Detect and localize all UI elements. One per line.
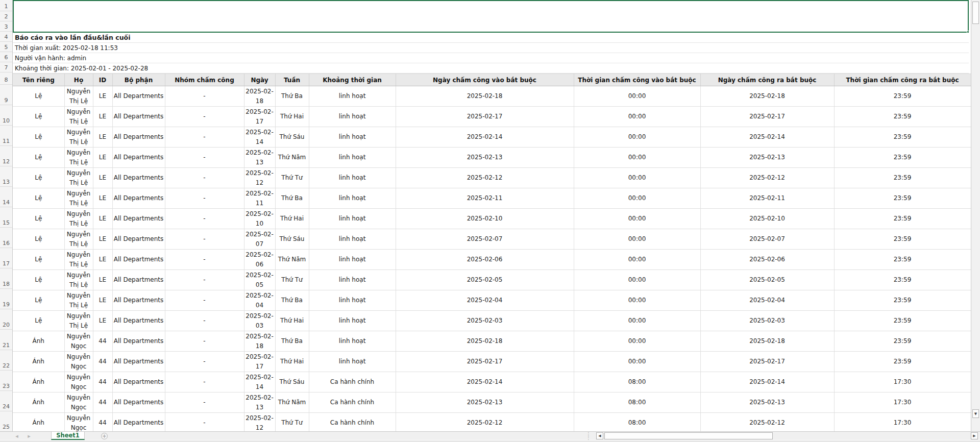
cell[interactable]: - xyxy=(165,148,244,168)
sheet-nav-left-icon[interactable]: ◂ xyxy=(13,433,20,439)
report-title-cell[interactable]: Báo cáo ra vào lần đầu&lần cuối xyxy=(13,33,969,43)
cell[interactable]: - xyxy=(165,250,244,270)
row-header-2[interactable]: 2 xyxy=(0,11,12,21)
cell[interactable]: 2025-02-10 xyxy=(700,209,834,229)
cell[interactable]: Lệ xyxy=(13,188,64,209)
cell[interactable]: 2025-02-18 xyxy=(244,331,275,352)
cell[interactable]: All Departments xyxy=(112,209,165,229)
cell[interactable]: 2025-02-18 xyxy=(244,86,275,107)
cell[interactable]: - xyxy=(165,86,244,107)
sheet-nav-right-icon[interactable]: ▸ xyxy=(26,433,33,439)
row-header-14[interactable]: 14 xyxy=(0,187,12,207)
cell[interactable]: 00:00 xyxy=(574,188,700,209)
cell[interactable]: Lệ xyxy=(13,311,64,331)
cell[interactable]: Thứ Sáu xyxy=(275,127,309,148)
cell[interactable]: 08:00 xyxy=(574,372,700,392)
cell[interactable]: 23:59 xyxy=(834,148,971,168)
cell[interactable]: 23:59 xyxy=(834,86,971,107)
tab-sheet1[interactable]: Sheet1 xyxy=(51,432,85,440)
row-header-13[interactable]: 13 xyxy=(0,166,12,187)
cell[interactable]: All Departments xyxy=(112,270,165,290)
tab-scrollbar-splitter[interactable]: ⋮⋮ xyxy=(586,432,590,439)
cell[interactable]: 2025-02-04 xyxy=(700,290,834,311)
cell[interactable]: 2025-02-14 xyxy=(700,127,834,148)
cell[interactable]: - xyxy=(165,127,244,148)
cell[interactable]: 44 xyxy=(93,331,112,352)
cell[interactable]: Ánh xyxy=(13,331,64,352)
cell[interactable]: 2025-02-12 xyxy=(244,413,275,432)
cell[interactable]: Ca hành chính xyxy=(309,413,396,432)
cell[interactable]: 23:59 xyxy=(834,188,971,209)
row-header-10[interactable]: 10 xyxy=(0,105,12,126)
cell[interactable]: - xyxy=(165,413,244,432)
cell[interactable]: Thứ Năm xyxy=(275,148,309,168)
cell[interactable]: 23:59 xyxy=(834,311,971,331)
cell[interactable]: linh hoạt xyxy=(309,188,396,209)
cell[interactable]: Nguyễn Thị Lệ xyxy=(64,229,93,250)
row-header-15[interactable]: 15 xyxy=(0,207,12,228)
row-header-12[interactable]: 12 xyxy=(0,146,12,166)
row-header-3[interactable]: 3 xyxy=(0,21,12,32)
cell[interactable]: - xyxy=(165,392,244,413)
row-header-18[interactable]: 18 xyxy=(0,268,12,289)
cell[interactable]: 17:30 xyxy=(834,392,971,413)
cell[interactable]: 2025-02-17 xyxy=(244,352,275,372)
cell[interactable]: Nguyễn Thị Lệ xyxy=(64,209,93,229)
cell[interactable]: 2025-02-07 xyxy=(396,229,574,250)
vertical-scrollbar-thumb[interactable] xyxy=(972,2,979,24)
cell[interactable]: 08:00 xyxy=(574,392,700,413)
row-header-20[interactable]: 20 xyxy=(0,309,12,330)
horizontal-scrollbar-thumb[interactable] xyxy=(604,432,773,439)
cell[interactable]: Lệ xyxy=(13,107,64,127)
cell[interactable]: linh hoạt xyxy=(309,148,396,168)
cell[interactable]: 2025-02-13 xyxy=(244,148,275,168)
cell[interactable]: Nguyễn Thị Lệ xyxy=(64,250,93,270)
cell[interactable]: - xyxy=(165,331,244,352)
cell[interactable]: All Departments xyxy=(112,107,165,127)
cell[interactable]: LE xyxy=(93,290,112,311)
cell[interactable]: 00:00 xyxy=(574,290,700,311)
cell[interactable]: 2025-02-17 xyxy=(700,352,834,372)
cell[interactable]: linh hoạt xyxy=(309,209,396,229)
cell[interactable]: Nguyễn Ngọc xyxy=(64,331,93,352)
cell[interactable]: 2025-02-06 xyxy=(700,250,834,270)
cell[interactable]: 2025-02-17 xyxy=(396,107,574,127)
cell[interactable]: 2025-02-07 xyxy=(700,229,834,250)
row-header-5[interactable]: 5 xyxy=(0,42,12,52)
cell[interactable]: 2025-02-10 xyxy=(244,209,275,229)
cell[interactable]: 2025-02-05 xyxy=(700,270,834,290)
cell[interactable]: Lệ xyxy=(13,86,64,107)
cell[interactable]: 00:00 xyxy=(574,352,700,372)
column-header-cell[interactable]: Ngày xyxy=(244,74,275,86)
cell[interactable]: 00:00 xyxy=(574,148,700,168)
cell[interactable]: Ca hành chính xyxy=(309,372,396,392)
cell[interactable]: 44 xyxy=(93,413,112,432)
row-header-19[interactable]: 19 xyxy=(0,289,12,309)
cell[interactable]: 44 xyxy=(93,352,112,372)
cell[interactable]: 2025-02-17 xyxy=(396,352,574,372)
cell[interactable]: 2025-02-14 xyxy=(396,372,574,392)
cell[interactable]: LE xyxy=(93,86,112,107)
cell[interactable]: 2025-02-14 xyxy=(244,372,275,392)
cell[interactable]: linh hoạt xyxy=(309,250,396,270)
cell[interactable]: - xyxy=(165,290,244,311)
cell[interactable]: 00:00 xyxy=(574,127,700,148)
cell[interactable]: Thứ Ba xyxy=(275,290,309,311)
scroll-right-arrow-icon[interactable]: ▶ xyxy=(971,432,978,439)
cell[interactable]: Thứ Hai xyxy=(275,352,309,372)
cell[interactable]: 00:00 xyxy=(574,229,700,250)
cell[interactable]: - xyxy=(165,209,244,229)
cell[interactable]: LE xyxy=(93,229,112,250)
selected-merged-cell[interactable] xyxy=(13,0,969,33)
cell[interactable]: Ánh xyxy=(13,372,64,392)
cell[interactable]: 08:00 xyxy=(574,413,700,432)
cell[interactable]: 00:00 xyxy=(574,168,700,188)
vertical-scrollbar[interactable]: ▼ xyxy=(971,0,980,431)
cell[interactable]: 23:59 xyxy=(834,290,971,311)
cell[interactable]: 2025-02-13 xyxy=(700,148,834,168)
cell[interactable]: Thứ Tư xyxy=(275,168,309,188)
cell[interactable]: Lệ xyxy=(13,229,64,250)
row-header-7[interactable]: 7 xyxy=(0,62,12,72)
cell[interactable]: 2025-02-10 xyxy=(396,209,574,229)
cell[interactable]: Thứ Sáu xyxy=(275,372,309,392)
